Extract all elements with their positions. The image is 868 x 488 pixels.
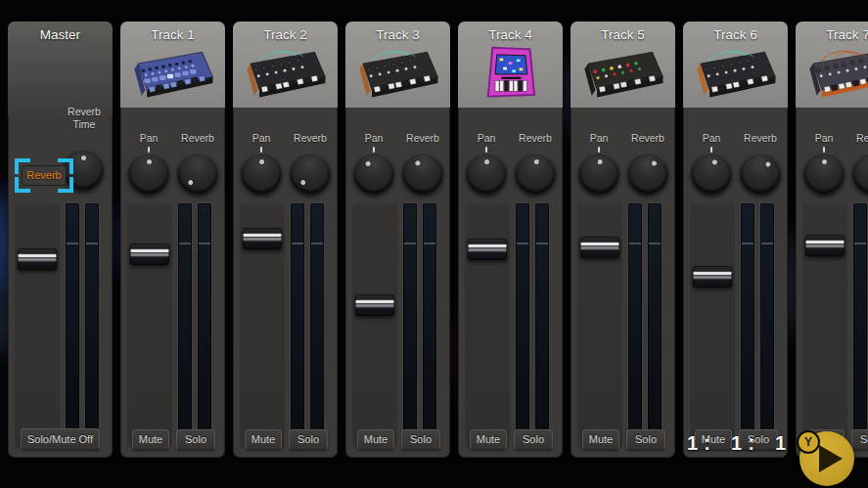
- fader-handle[interactable]: [18, 248, 57, 270]
- pan-knob-label: Pan: [240, 132, 283, 144]
- reverb-send-knob[interactable]: [402, 153, 443, 194]
- reverb-send-knob[interactable]: [852, 153, 868, 194]
- track-title: Track 6: [683, 27, 788, 42]
- knob-face: [631, 156, 664, 190]
- mute-button[interactable]: Mute: [470, 429, 507, 450]
- volume-fader[interactable]: [240, 203, 285, 448]
- solo-button[interactable]: Solo: [514, 429, 553, 450]
- solo-button[interactable]: Solo: [289, 429, 328, 450]
- reverb-knob-label: Reverb: [514, 132, 557, 144]
- orange-trim-mono-synth-thumbnail[interactable]: [803, 43, 868, 104]
- peak-line: [424, 243, 435, 244]
- timecode-ticks: 1: [775, 432, 786, 455]
- level-meter-right: [85, 203, 99, 448]
- volume-fader[interactable]: [802, 203, 847, 448]
- level-meter-right: [198, 203, 211, 448]
- level-meter-left: [628, 203, 642, 448]
- knob-indicator-dot: [711, 158, 717, 164]
- reverb-send-knob[interactable]: [177, 153, 218, 194]
- y-badge-icon[interactable]: Y: [797, 430, 820, 454]
- mute-button[interactable]: Mute: [132, 429, 169, 450]
- knob-face: [744, 156, 777, 190]
- reverb-knob-label: Reverb: [626, 132, 669, 144]
- knob-face: [357, 156, 390, 190]
- fader-handle[interactable]: [693, 266, 732, 288]
- arcade-cabinet-synth-thumbnail[interactable]: [466, 43, 555, 104]
- pan-knob[interactable]: [578, 153, 619, 194]
- track-channel-strip-1: Track 1 Pan Reverb Mute Solo: [120, 22, 225, 458]
- wood-side-analog-synth-thumbnail[interactable]: [691, 43, 780, 104]
- pan-knob[interactable]: [691, 153, 732, 194]
- mute-button[interactable]: Mute: [357, 429, 394, 450]
- reverb-time-knob-label: Reverb Time: [59, 106, 110, 130]
- pan-knob[interactable]: [466, 153, 507, 194]
- peak-line: [179, 243, 191, 244]
- volume-fader[interactable]: [352, 203, 397, 448]
- knob-indicator-dot: [81, 155, 86, 160]
- knob-face: [856, 156, 868, 190]
- reverb-send-knob[interactable]: [290, 153, 331, 194]
- volume-fader[interactable]: [690, 203, 735, 448]
- reverb-time-knob[interactable]: [63, 149, 104, 190]
- peak-line: [292, 243, 303, 244]
- fader-zone: [796, 203, 868, 450]
- level-meter-right: [535, 203, 549, 448]
- pan-knob[interactable]: [353, 153, 394, 194]
- level-meter-left: [291, 203, 304, 448]
- track-title: Track 3: [345, 27, 450, 42]
- flat-groovebox-thumbnail[interactable]: [578, 43, 667, 104]
- fader-handle[interactable]: [130, 244, 169, 265]
- fader-zone: [233, 203, 338, 450]
- knob-indicator-dot: [533, 158, 538, 163]
- mute-button[interactable]: Mute: [245, 429, 282, 450]
- blue-drum-machine-thumbnail[interactable]: [128, 43, 217, 104]
- solo-button[interactable]: Solo: [401, 429, 440, 450]
- track-title: Track 1: [120, 27, 225, 42]
- master-fader-zone: [8, 203, 113, 450]
- fader-handle[interactable]: [805, 235, 845, 256]
- wood-side-analog-synth-thumbnail[interactable]: [241, 43, 330, 104]
- track-channel-strip-3: Track 3 Pan Reverb Mute Solo: [345, 22, 450, 458]
- fader-handle[interactable]: [580, 237, 619, 258]
- volume-fader[interactable]: [127, 203, 172, 448]
- pan-knob-label: Pan: [127, 132, 170, 144]
- reverb-knob-label: Reverb: [289, 132, 332, 144]
- fader-handle[interactable]: [243, 228, 282, 249]
- fader-handle[interactable]: [468, 239, 507, 260]
- fader-handle[interactable]: [355, 294, 394, 316]
- pan-knob-label: Pan: [352, 132, 395, 144]
- level-meter-right: [648, 203, 662, 448]
- pan-knob[interactable]: [128, 153, 169, 194]
- track-title: Track 4: [458, 27, 563, 42]
- knob-face: [294, 156, 327, 190]
- track-channel-strip-2: Track 2 Pan Reverb Mute Solo: [233, 22, 338, 458]
- fader-zone: [683, 203, 788, 450]
- reverb-send-knob[interactable]: [740, 153, 781, 194]
- reverb-send-knob[interactable]: [627, 153, 668, 194]
- knob-indicator-dot: [822, 159, 827, 164]
- pan-knob-label: Pan: [690, 132, 733, 144]
- pan-knob[interactable]: [241, 153, 282, 194]
- solo-button[interactable]: Solo: [626, 429, 665, 450]
- master-title: Master: [8, 27, 113, 42]
- volume-fader[interactable]: [577, 203, 622, 448]
- reverb-send-knob[interactable]: [515, 153, 556, 194]
- track-channel-strip-4: Track 4 Pan Reverb Mute Solo: [458, 22, 563, 458]
- solo-button[interactable]: Solo: [176, 429, 215, 450]
- solo-mute-off-button[interactable]: Solo/Mute Off: [21, 428, 100, 450]
- peak-line: [854, 243, 866, 244]
- master-volume-fader[interactable]: [15, 203, 60, 448]
- wood-side-analog-synth-thumbnail[interactable]: [353, 43, 442, 104]
- timecode-beats: 1: [731, 432, 742, 455]
- mute-button[interactable]: Mute: [582, 429, 619, 450]
- pan-knob[interactable]: [803, 153, 845, 194]
- level-meter-left: [853, 203, 867, 448]
- master-reverb-button[interactable]: Reverb: [22, 165, 67, 186]
- peak-line: [311, 243, 323, 244]
- reverb-knob-label: Reverb: [401, 132, 444, 144]
- knob-indicator-dot: [147, 159, 152, 164]
- level-meter-left: [741, 203, 754, 448]
- pan-knob-label: Pan: [577, 132, 620, 144]
- volume-fader[interactable]: [465, 203, 510, 448]
- peak-line: [536, 243, 548, 244]
